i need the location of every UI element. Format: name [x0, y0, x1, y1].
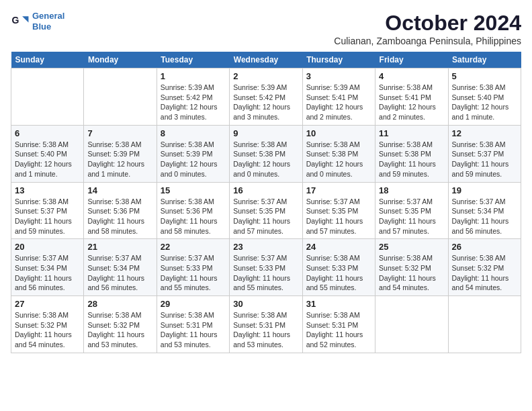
- day-number: 4: [379, 71, 444, 81]
- day-number: 7: [87, 128, 152, 138]
- weekday-header: Thursday: [302, 52, 375, 68]
- logo-text: General Blue: [32, 11, 64, 32]
- calendar-cell: 18Sunrise: 5:37 AM Sunset: 5:35 PM Dayli…: [375, 182, 448, 239]
- calendar-cell: [11, 68, 84, 126]
- calendar-cell: 4Sunrise: 5:38 AM Sunset: 5:41 PM Daylig…: [375, 68, 448, 126]
- calendar-cell: 1Sunrise: 5:39 AM Sunset: 5:42 PM Daylig…: [157, 68, 229, 126]
- day-number: 6: [15, 128, 80, 138]
- day-info: Sunrise: 5:38 AM Sunset: 5:37 PM Dayligh…: [452, 140, 517, 179]
- day-number: 22: [161, 242, 226, 252]
- day-info: Sunrise: 5:38 AM Sunset: 5:32 PM Dayligh…: [452, 253, 517, 293]
- calendar-cell: 19Sunrise: 5:37 AM Sunset: 5:34 PM Dayli…: [448, 182, 521, 239]
- day-info: Sunrise: 5:38 AM Sunset: 5:32 PM Dayligh…: [379, 253, 444, 293]
- page-header: G General Blue October 2024 Culianan, Za…: [11, 11, 521, 46]
- day-info: Sunrise: 5:38 AM Sunset: 5:39 PM Dayligh…: [161, 140, 226, 179]
- calendar-cell: 26Sunrise: 5:38 AM Sunset: 5:32 PM Dayli…: [448, 239, 521, 296]
- day-number: 5: [452, 71, 517, 81]
- calendar-cell: 13Sunrise: 5:38 AM Sunset: 5:37 PM Dayli…: [11, 182, 84, 239]
- calendar-cell: 16Sunrise: 5:37 AM Sunset: 5:35 PM Dayli…: [230, 182, 302, 239]
- day-info: Sunrise: 5:38 AM Sunset: 5:36 PM Dayligh…: [161, 197, 226, 236]
- day-number: 14: [87, 185, 152, 195]
- calendar-cell: 15Sunrise: 5:38 AM Sunset: 5:36 PM Dayli…: [157, 182, 229, 239]
- logo-line1: General: [32, 11, 64, 21]
- calendar-cell: 31Sunrise: 5:38 AM Sunset: 5:31 PM Dayli…: [302, 296, 375, 353]
- day-number: 18: [379, 185, 444, 195]
- day-info: Sunrise: 5:38 AM Sunset: 5:31 PM Dayligh…: [161, 310, 226, 350]
- day-info: Sunrise: 5:39 AM Sunset: 5:42 PM Dayligh…: [233, 83, 298, 122]
- logo-icon: G: [11, 12, 30, 31]
- calendar-week-row: 20Sunrise: 5:37 AM Sunset: 5:34 PM Dayli…: [11, 239, 521, 296]
- weekday-header: Friday: [375, 52, 448, 68]
- calendar-cell: 8Sunrise: 5:38 AM Sunset: 5:39 PM Daylig…: [157, 125, 229, 182]
- day-number: 1: [161, 71, 226, 81]
- day-number: 8: [161, 128, 226, 138]
- day-number: 17: [306, 185, 371, 195]
- svg-marker-1: [22, 16, 28, 22]
- day-info: Sunrise: 5:38 AM Sunset: 5:32 PM Dayligh…: [15, 310, 80, 350]
- day-info: Sunrise: 5:38 AM Sunset: 5:39 PM Dayligh…: [87, 140, 152, 179]
- calendar-cell: 5Sunrise: 5:38 AM Sunset: 5:40 PM Daylig…: [448, 68, 521, 126]
- weekday-header: Wednesday: [230, 52, 302, 68]
- calendar-week-row: 27Sunrise: 5:38 AM Sunset: 5:32 PM Dayli…: [11, 296, 521, 353]
- day-number: 3: [306, 71, 371, 81]
- day-number: 29: [161, 299, 226, 309]
- calendar-cell: 28Sunrise: 5:38 AM Sunset: 5:32 PM Dayli…: [84, 296, 157, 353]
- month-title: October 2024: [334, 11, 521, 36]
- day-number: 28: [87, 299, 152, 309]
- day-info: Sunrise: 5:37 AM Sunset: 5:34 PM Dayligh…: [15, 253, 80, 293]
- day-number: 2: [233, 71, 298, 81]
- weekday-header: Tuesday: [157, 52, 229, 68]
- calendar-cell: 2Sunrise: 5:39 AM Sunset: 5:42 PM Daylig…: [230, 68, 302, 126]
- day-number: 12: [452, 128, 517, 138]
- day-info: Sunrise: 5:38 AM Sunset: 5:36 PM Dayligh…: [87, 197, 152, 236]
- calendar-cell: 30Sunrise: 5:38 AM Sunset: 5:31 PM Dayli…: [230, 296, 302, 353]
- calendar-table: SundayMondayTuesdayWednesdayThursdayFrid…: [11, 52, 521, 353]
- day-info: Sunrise: 5:38 AM Sunset: 5:38 PM Dayligh…: [306, 140, 371, 179]
- calendar-cell: 11Sunrise: 5:38 AM Sunset: 5:38 PM Dayli…: [375, 125, 448, 182]
- day-info: Sunrise: 5:38 AM Sunset: 5:37 PM Dayligh…: [15, 197, 80, 236]
- day-number: 16: [233, 185, 298, 195]
- calendar-cell: 3Sunrise: 5:39 AM Sunset: 5:41 PM Daylig…: [302, 68, 375, 126]
- day-info: Sunrise: 5:39 AM Sunset: 5:42 PM Dayligh…: [161, 83, 226, 122]
- day-info: Sunrise: 5:38 AM Sunset: 5:31 PM Dayligh…: [306, 310, 371, 350]
- calendar-cell: 12Sunrise: 5:38 AM Sunset: 5:37 PM Dayli…: [448, 125, 521, 182]
- calendar-cell: 9Sunrise: 5:38 AM Sunset: 5:38 PM Daylig…: [230, 125, 302, 182]
- calendar-cell: 21Sunrise: 5:37 AM Sunset: 5:34 PM Dayli…: [84, 239, 157, 296]
- calendar-cell: 6Sunrise: 5:38 AM Sunset: 5:40 PM Daylig…: [11, 125, 84, 182]
- calendar-cell: [375, 296, 448, 353]
- day-number: 30: [233, 299, 298, 309]
- svg-text:G: G: [12, 15, 19, 26]
- calendar-cell: 29Sunrise: 5:38 AM Sunset: 5:31 PM Dayli…: [157, 296, 229, 353]
- day-number: 9: [233, 128, 298, 138]
- title-block: October 2024 Culianan, Zamboanga Peninsu…: [334, 11, 521, 46]
- day-info: Sunrise: 5:38 AM Sunset: 5:38 PM Dayligh…: [233, 140, 298, 179]
- weekday-header: Monday: [84, 52, 157, 68]
- logo: G General Blue: [11, 11, 64, 32]
- calendar-cell: 22Sunrise: 5:37 AM Sunset: 5:33 PM Dayli…: [157, 239, 229, 296]
- calendar-cell: 10Sunrise: 5:38 AM Sunset: 5:38 PM Dayli…: [302, 125, 375, 182]
- day-info: Sunrise: 5:38 AM Sunset: 5:31 PM Dayligh…: [233, 310, 298, 350]
- calendar-week-row: 1Sunrise: 5:39 AM Sunset: 5:42 PM Daylig…: [11, 68, 521, 126]
- day-info: Sunrise: 5:38 AM Sunset: 5:40 PM Dayligh…: [452, 83, 517, 122]
- day-number: 23: [233, 242, 298, 252]
- calendar-cell: 24Sunrise: 5:38 AM Sunset: 5:33 PM Dayli…: [302, 239, 375, 296]
- calendar-cell: 25Sunrise: 5:38 AM Sunset: 5:32 PM Dayli…: [375, 239, 448, 296]
- calendar-cell: 20Sunrise: 5:37 AM Sunset: 5:34 PM Dayli…: [11, 239, 84, 296]
- calendar-cell: [448, 296, 521, 353]
- calendar-cell: [84, 68, 157, 126]
- day-info: Sunrise: 5:38 AM Sunset: 5:40 PM Dayligh…: [15, 140, 80, 179]
- day-number: 25: [379, 242, 444, 252]
- day-info: Sunrise: 5:37 AM Sunset: 5:35 PM Dayligh…: [233, 197, 298, 236]
- day-info: Sunrise: 5:37 AM Sunset: 5:33 PM Dayligh…: [161, 253, 226, 293]
- location: Culianan, Zamboanga Peninsula, Philippin…: [334, 36, 521, 46]
- day-number: 24: [306, 242, 371, 252]
- day-info: Sunrise: 5:37 AM Sunset: 5:34 PM Dayligh…: [452, 197, 517, 236]
- calendar-week-row: 13Sunrise: 5:38 AM Sunset: 5:37 PM Dayli…: [11, 182, 521, 239]
- weekday-header: Sunday: [11, 52, 84, 68]
- day-number: 26: [452, 242, 517, 252]
- day-number: 21: [87, 242, 152, 252]
- day-info: Sunrise: 5:38 AM Sunset: 5:32 PM Dayligh…: [87, 310, 152, 350]
- day-number: 27: [15, 299, 80, 309]
- day-number: 31: [306, 299, 371, 309]
- calendar-cell: 23Sunrise: 5:37 AM Sunset: 5:33 PM Dayli…: [230, 239, 302, 296]
